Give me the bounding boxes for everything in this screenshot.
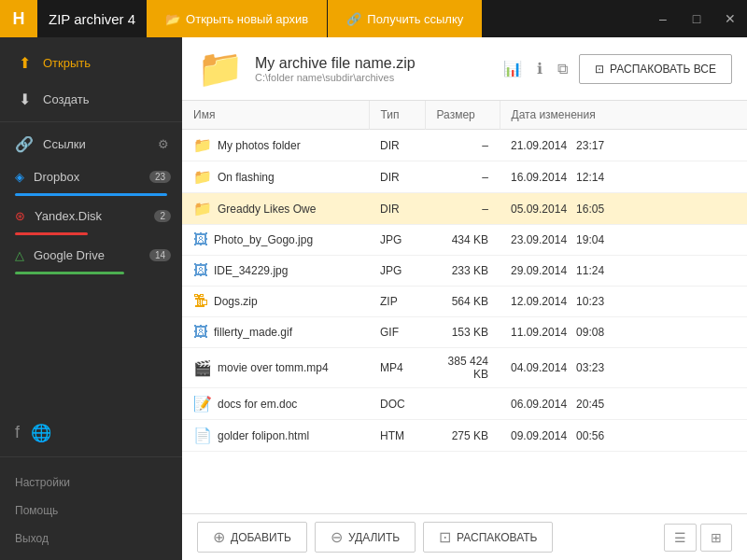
dropbox-badge: 23 <box>149 171 171 183</box>
table-row[interactable]: 🖼 IDE_34229.jpg JPG 233 KB 29.09.2014 11… <box>182 256 747 287</box>
col-header-type[interactable]: Тип <box>369 101 425 130</box>
close-button[interactable]: ✕ <box>713 0 747 37</box>
sidebar-item-gdrive[interactable]: △ Google Drive 14 <box>0 241 182 270</box>
file-type: ZIP <box>369 287 425 317</box>
grid-view-button[interactable]: ⊞ <box>700 524 732 552</box>
file-name: On flashing <box>218 171 275 184</box>
archive-actions: 📊 ℹ ⧉ ⊡ РАСПАКОВАТЬ ВСЕ <box>500 54 732 84</box>
table-row[interactable]: 📁 Greaddy Likes Owe DIR – 05.09.2014 16:… <box>182 193 747 225</box>
app-logo: H <box>0 0 37 37</box>
file-name-cell: 🖼 Photo_by_Gogo.jpg <box>182 225 369 256</box>
file-name: Greaddy Likes Owe <box>218 203 316 216</box>
file-size: 434 KB <box>425 225 500 256</box>
file-date: 09.09.2014 00:56 <box>500 420 747 452</box>
links-settings-icon[interactable]: ⚙ <box>158 137 169 151</box>
file-date: 12.09.2014 10:23 <box>500 287 747 317</box>
minimize-button[interactable]: – <box>646 0 680 37</box>
file-name-cell: 📁 My photos folder <box>182 130 369 161</box>
facebook-icon[interactable]: f <box>15 423 20 443</box>
file-date: 21.09.2014 23:17 <box>500 130 747 161</box>
table-row[interactable]: 📝 docs for em.doc DOC 06.09.2014 20:45 <box>182 388 747 420</box>
sidebar-item-help[interactable]: Помощь <box>0 497 182 525</box>
table-row[interactable]: 🖼 fillerty_made.gif GIF 153 KB 11.09.201… <box>182 317 747 348</box>
archive-name: My archive file name.zip <box>255 55 488 72</box>
col-header-modified[interactable]: Дата изменения <box>500 101 747 130</box>
file-date: 06.09.2014 20:45 <box>500 388 747 420</box>
file-size: – <box>425 161 500 193</box>
file-type-icon: 🗜 <box>193 293 208 310</box>
sidebar-item-open[interactable]: ⬆ Открыть <box>0 45 182 81</box>
file-size: 385 424 KB <box>425 348 500 388</box>
sidebar-item-exit[interactable]: Выход <box>0 525 182 553</box>
file-type: DIR <box>369 193 425 225</box>
file-type-icon: 🖼 <box>193 324 208 341</box>
social-links: f 🌐 <box>0 413 182 453</box>
table-row[interactable]: 🗜 Dogs.zip ZIP 564 KB 12.09.2014 10:23 <box>182 287 747 317</box>
list-view-button[interactable]: ☰ <box>664 524 697 552</box>
remove-button[interactable]: ⊖ УДАЛИТЬ <box>315 522 416 553</box>
extract-icon: ⊡ <box>439 528 451 546</box>
sidebar-item-links[interactable]: 🔗 Ссылки ⚙ <box>0 126 182 162</box>
table-row[interactable]: 📁 On flashing DIR – 16.09.2014 12:14 <box>182 161 747 193</box>
yandex-icon: ⊛ <box>15 209 25 223</box>
website-icon[interactable]: 🌐 <box>31 423 51 443</box>
file-name-cell: 🗜 Dogs.zip <box>182 287 369 317</box>
file-name-cell: 🎬 movie over tomm.mp4 <box>182 348 369 388</box>
folder-open-icon: 📂 <box>165 12 180 26</box>
file-name: Dogs.zip <box>214 295 258 308</box>
dropbox-usage-bar <box>15 193 167 196</box>
sidebar-item-settings[interactable]: Настройки <box>0 469 182 497</box>
extract-all-button[interactable]: ⊡ РАСПАКОВАТЬ ВСЕ <box>579 54 732 84</box>
sidebar-item-create[interactable]: ⬇ Создать <box>0 81 182 118</box>
sidebar-footer: Настройки Помощь Выход <box>0 461 182 560</box>
file-size: 564 KB <box>425 287 500 317</box>
file-name-cell: 📝 docs for em.doc <box>182 388 369 420</box>
file-type-icon: 📁 <box>193 136 212 154</box>
open-new-archive-button[interactable]: 📂 Открыть новый архив <box>147 0 327 37</box>
col-header-name[interactable]: Имя <box>182 101 369 130</box>
archive-info: My archive file name.zip C:\folder name\… <box>255 55 488 83</box>
file-name-cell: 🖼 IDE_34229.jpg <box>182 256 369 287</box>
stats-icon[interactable]: 📊 <box>500 56 526 81</box>
extract-button[interactable]: ⊡ РАСПАКОВАТЬ <box>423 522 553 553</box>
file-date: 16.09.2014 12:14 <box>500 161 747 193</box>
file-name: movie over tomm.mp4 <box>218 361 329 374</box>
dropbox-icon: ◈ <box>15 170 24 184</box>
maximize-button[interactable]: □ <box>680 0 713 37</box>
archive-folder-icon: 📁 <box>197 47 244 91</box>
file-name: docs for em.doc <box>218 398 297 411</box>
copy-icon[interactable]: ⧉ <box>554 57 571 81</box>
archive-path: C:\folder name\subdir\archives <box>255 72 488 83</box>
sidebar-item-dropbox[interactable]: ◈ Dropbox 23 <box>0 162 182 191</box>
file-name-cell: 🖼 fillerty_made.gif <box>182 317 369 348</box>
file-name-cell: 📄 golder folipon.html <box>182 420 369 452</box>
add-button[interactable]: ⊕ ДОБАВИТЬ <box>197 522 307 553</box>
file-type: JPG <box>369 225 425 256</box>
remove-icon: ⊖ <box>331 528 343 546</box>
file-date: 23.09.2014 19:04 <box>500 225 747 256</box>
table-header-row: Имя Тип Размер Дата изменения <box>182 101 747 130</box>
table-row[interactable]: 📁 My photos folder DIR – 21.09.2014 23:1… <box>182 130 747 161</box>
file-name: fillerty_made.gif <box>214 326 292 339</box>
table-row[interactable]: 📄 golder folipon.html HTM 275 KB 09.09.2… <box>182 420 747 452</box>
file-date: 29.09.2014 11:24 <box>500 256 747 287</box>
sidebar-item-yandex[interactable]: ⊛ Yandex.Disk 2 <box>0 202 182 231</box>
gdrive-usage-bar <box>15 272 124 274</box>
table-row[interactable]: 🎬 movie over tomm.mp4 MP4 385 424 KB 04.… <box>182 348 747 388</box>
file-table: Имя Тип Размер Дата изменения 📁 My photo… <box>182 101 747 452</box>
file-type-icon: 🎬 <box>193 359 212 377</box>
file-date: 04.09.2014 03:23 <box>500 348 747 388</box>
file-size: – <box>425 193 500 225</box>
add-icon: ⊕ <box>213 528 225 546</box>
file-type: MP4 <box>369 348 425 388</box>
yandex-usage-bar <box>15 232 88 235</box>
file-name-cell: 📁 Greaddy Likes Owe <box>182 193 369 225</box>
get-link-button[interactable]: 🔗 Получить ссылку <box>328 0 482 37</box>
upload-icon: ⬆ <box>15 54 34 72</box>
info-icon[interactable]: ℹ <box>533 56 546 81</box>
table-row[interactable]: 🖼 Photo_by_Gogo.jpg JPG 434 KB 23.09.201… <box>182 225 747 256</box>
view-buttons: ☰ ⊞ <box>664 524 732 552</box>
file-type-icon: 📁 <box>193 200 212 217</box>
col-header-size[interactable]: Размер <box>425 101 500 130</box>
file-type: GIF <box>369 317 425 348</box>
